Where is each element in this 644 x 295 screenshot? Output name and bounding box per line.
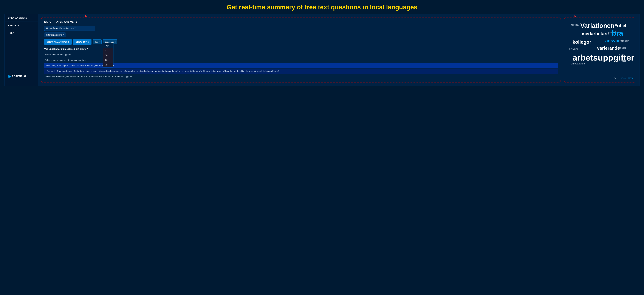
dropdown-option-20[interactable]: 20 bbox=[103, 58, 113, 63]
dropdown-option-40[interactable]: 40 bbox=[103, 63, 113, 67]
logo-text: POTENTIAL bbox=[12, 75, 27, 78]
word-cloud-word: Variationen bbox=[580, 22, 614, 29]
word-cloud-word: olika bbox=[618, 59, 626, 63]
word-cloud-word: kollegor bbox=[572, 39, 591, 45]
word-cloud-panel: kunnaVariationenFrihetmedarbetaresamarbe… bbox=[564, 17, 636, 83]
word-cloud-word: andra bbox=[618, 46, 626, 49]
word-cloud-word: Omvaxlande bbox=[570, 62, 585, 65]
export-pptx-link[interactable]: PPTX bbox=[628, 77, 633, 79]
word-cloud-word: kunna bbox=[570, 23, 578, 26]
top-dropdown-popup: Top 5 10 20 40 bbox=[103, 43, 114, 68]
logo-icon: ◉ bbox=[8, 74, 11, 78]
word-cloud-word: Frihet bbox=[614, 23, 626, 28]
buttons-row: SHOW ALL ANSWERS SHOW TOP 5 Top 5 10 20 … bbox=[44, 39, 558, 45]
word-cloud-word: kunder bbox=[620, 39, 629, 43]
page-title: Get real-time summary of free text quest… bbox=[6, 4, 638, 11]
word-cloud-word: medarbetare bbox=[582, 31, 609, 36]
annotation-2: 2. bbox=[574, 14, 576, 18]
dropdown-option-5[interactable]: 5 bbox=[103, 48, 113, 53]
top-count-dropdown[interactable]: Top 5 10 20 40 bbox=[93, 40, 102, 45]
sidebar-item-reports[interactable]: REPORTS bbox=[5, 22, 38, 29]
export-label: Export: bbox=[614, 77, 620, 79]
question-dropdown[interactable]: Öppen fråga: Uppskattar mest? bbox=[44, 26, 96, 31]
show-top-5-button[interactable]: SHOW TOP 5 bbox=[73, 39, 92, 45]
word-cloud-word: ansvar bbox=[605, 38, 620, 43]
dropdown-option-top[interactable]: Top bbox=[103, 43, 113, 48]
sidebar-item-help[interactable]: HELP bbox=[5, 29, 38, 37]
filter-departments-dropdown[interactable]: Filter departments bbox=[44, 33, 66, 37]
sidebar-item-open-answers[interactable]: OPEN ANSWERS bbox=[5, 14, 38, 22]
dropdown-option-10[interactable]: 10 bbox=[103, 53, 113, 58]
left-panel: EXPORT OPEN ANSWERS Öppen fråga: Uppskat… bbox=[41, 17, 561, 83]
content-area: 1. 2. EXPORT OPEN ANSWERS Öppen fråga: U… bbox=[38, 14, 639, 86]
answer-item-dark: - Bra chef - Bra medarbetare - Fritt arb… bbox=[44, 69, 558, 74]
sidebar-logo: ◉ POTENTIAL bbox=[5, 70, 38, 83]
export-excel-link[interactable]: Excel bbox=[622, 77, 626, 79]
answer-item-highlighted: Mina kollegor, att jag har tillfredsstäl… bbox=[44, 63, 558, 69]
main-container: OPEN ANSWERS REPORTS HELP ◉ POTENTIAL 1.… bbox=[4, 14, 640, 86]
question-text: Vad uppskattar du mest med ditt arbete? bbox=[44, 48, 558, 50]
answer-item: Varierande arbetsuppgifter och att det f… bbox=[44, 74, 558, 80]
export-panel-title: EXPORT OPEN ANSWERS bbox=[44, 21, 558, 23]
word-cloud-area: kunnaVariationenFrihetmedarbetaresamarbe… bbox=[567, 21, 633, 74]
word-cloud-word: arbete bbox=[568, 47, 578, 51]
word-cloud-word: bra bbox=[612, 29, 623, 37]
page-header: Get real-time summary of free text quest… bbox=[0, 0, 644, 14]
answer-item: Mycket olika arbetsuppgifter. bbox=[44, 52, 558, 58]
annotation-1: 1. bbox=[84, 14, 87, 18]
answer-item: Frihet under ansvar och det passar mig b… bbox=[44, 58, 558, 63]
show-all-answers-button[interactable]: SHOW ALL ANSWERS bbox=[44, 39, 72, 45]
export-row: Export: Excel PPTX bbox=[567, 76, 633, 80]
sidebar: OPEN ANSWERS REPORTS HELP ◉ POTENTIAL bbox=[5, 14, 38, 86]
word-cloud-word: Varierande bbox=[597, 46, 620, 51]
